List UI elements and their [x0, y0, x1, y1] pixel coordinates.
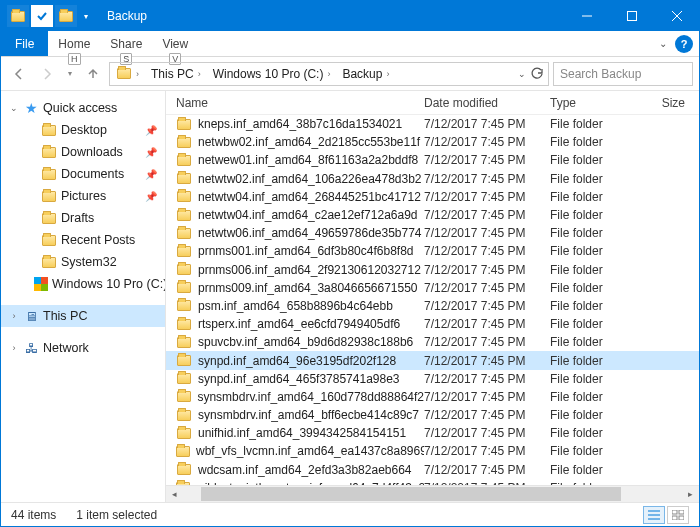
column-headers[interactable]: Name Date modified Type Size	[166, 91, 699, 115]
scrollbar-thumb[interactable]	[201, 487, 621, 501]
sidebar-item[interactable]: ›Desktop📌	[1, 119, 165, 141]
tab-view[interactable]: ViewV	[152, 31, 198, 56]
table-row[interactable]: wdcsam.inf_amd64_2efd3a3b82aeb6647/12/20…	[166, 461, 699, 479]
folder-icon	[176, 316, 192, 332]
expand-icon[interactable]: ›	[9, 311, 19, 321]
collapse-icon[interactable]: ⌄	[9, 103, 19, 113]
table-row[interactable]: kneps.inf_amd64_38b7c16da15340217/12/201…	[166, 115, 699, 133]
column-size[interactable]: Size	[640, 96, 699, 110]
search-input[interactable]: Search Backup	[553, 62, 693, 86]
maximize-button[interactable]	[609, 1, 654, 31]
file-date: 7/12/2017 7:45 PM	[424, 153, 550, 167]
nav-network[interactable]: › 🖧 Network	[1, 337, 165, 359]
table-row[interactable]: netwew01.inf_amd64_8f61163a2a2bddf87/12/…	[166, 151, 699, 169]
file-name: synsmbdrv.inf_amd64_bff6ecbe414c89c7	[198, 408, 419, 422]
tab-share[interactable]: ShareS	[100, 31, 152, 56]
svg-rect-9	[672, 516, 677, 520]
breadcrumb-item[interactable]: Windows 10 Pro (C:)›	[207, 63, 337, 85]
file-type: File folder	[550, 299, 640, 313]
breadcrumb-root[interactable]: ›	[110, 63, 145, 85]
folder-icon	[41, 210, 57, 226]
address-dropdown-button[interactable]: ⌄	[518, 69, 526, 79]
arrow-up-icon	[85, 66, 101, 82]
nav-label: System32	[61, 255, 117, 269]
folder-icon	[176, 280, 192, 296]
help-icon[interactable]: ?	[675, 35, 693, 53]
recent-locations-button[interactable]: ▾	[63, 62, 77, 86]
table-row[interactable]: synpd.inf_amd64_96e3195df202f1287/12/201…	[166, 351, 699, 369]
back-button[interactable]	[7, 62, 31, 86]
title-bar[interactable]: ▾ Backup	[1, 1, 699, 31]
nav-thispc-group: › 🖥 This PC	[1, 305, 165, 327]
close-button[interactable]	[654, 1, 699, 31]
file-date: 7/12/2017 7:45 PM	[424, 190, 550, 204]
horizontal-scrollbar[interactable]: ◂ ▸	[166, 485, 699, 502]
column-date[interactable]: Date modified	[424, 96, 550, 110]
nav-this-pc[interactable]: › 🖥 This PC	[1, 305, 165, 327]
breadcrumb[interactable]: › This PC› Windows 10 Pro (C:)› Backup› …	[109, 62, 549, 86]
sidebar-item[interactable]: ›Recent Posts	[1, 229, 165, 251]
svg-rect-8	[679, 510, 684, 514]
file-date: 7/12/2017 7:45 PM	[424, 335, 550, 349]
spacer: ›	[27, 125, 37, 135]
table-row[interactable]: rtsperx.inf_amd64_ee6cfd7949405df67/12/2…	[166, 315, 699, 333]
table-row[interactable]: netwbw02.inf_amd64_2d2185cc553be11f7/12/…	[166, 133, 699, 151]
table-row[interactable]: synpd.inf_amd64_465f3785741a98e37/12/201…	[166, 370, 699, 388]
file-date: 7/12/2017 7:45 PM	[424, 372, 550, 386]
expand-icon[interactable]: ›	[9, 343, 19, 353]
refresh-button[interactable]	[530, 67, 544, 81]
nav-label: Desktop	[61, 123, 107, 137]
table-row[interactable]: netwtw04.inf_amd64_268445251bc417127/12/…	[166, 188, 699, 206]
scroll-right-button[interactable]: ▸	[682, 486, 699, 503]
file-name: wdcsam.inf_amd64_2efd3a3b82aeb664	[198, 463, 412, 477]
sidebar-item[interactable]: ›Pictures📌	[1, 185, 165, 207]
qat-properties-button[interactable]	[7, 5, 29, 27]
details-view-button[interactable]	[643, 506, 665, 524]
sidebar-item[interactable]: ›Drafts	[1, 207, 165, 229]
pin-icon: 📌	[145, 169, 157, 180]
ribbon-tabs: File HomeH ShareS ViewV ⌄ ?	[1, 31, 699, 57]
up-button[interactable]	[81, 62, 105, 86]
table-row[interactable]: wbf_vfs_lvcmn.inf_amd64_ea1437c8a8969d8d…	[166, 442, 699, 460]
spacer: ›	[27, 257, 37, 267]
status-count: 44 items	[11, 508, 56, 522]
column-name[interactable]: Name	[176, 96, 424, 110]
table-row[interactable]: netwtw06.inf_amd64_49659786de35b7747/12/…	[166, 224, 699, 242]
qat-checkbox-button[interactable]	[31, 5, 53, 27]
table-row[interactable]: spuvcbv.inf_amd64_b9d6d82938c188b67/12/2…	[166, 333, 699, 351]
nav-label: Documents	[61, 167, 124, 181]
table-row[interactable]: psm.inf_amd64_658b8896b4c64ebb7/12/2017 …	[166, 297, 699, 315]
table-row[interactable]: prnms001.inf_amd64_6df3b80c4f6b8f8d7/12/…	[166, 242, 699, 260]
nav-quick-access[interactable]: ⌄ ★ Quick access	[1, 97, 165, 119]
navigation-pane[interactable]: ⌄ ★ Quick access ›Desktop📌›Downloads📌›Do…	[1, 91, 166, 502]
file-rows[interactable]: kneps.inf_amd64_38b7c16da15340217/12/201…	[166, 115, 699, 485]
tab-home[interactable]: HomeH	[48, 31, 100, 56]
table-row[interactable]: prnms009.inf_amd64_3a80466566715507/12/2…	[166, 279, 699, 297]
table-row[interactable]: netwtw04.inf_amd64_c2ae12ef712a6a9d7/12/…	[166, 206, 699, 224]
breadcrumb-item[interactable]: This PC›	[145, 63, 207, 85]
expand-ribbon-icon[interactable]: ⌄	[659, 38, 667, 49]
forward-button[interactable]	[35, 62, 59, 86]
sidebar-item[interactable]: ›Downloads📌	[1, 141, 165, 163]
sidebar-item[interactable]: ›Windows 10 Pro (C:)	[1, 273, 165, 295]
file-tab[interactable]: File	[1, 31, 48, 56]
table-row[interactable]: unifhid.inf_amd64_39943425841541517/12/2…	[166, 424, 699, 442]
folder-icon	[116, 66, 132, 82]
window-controls	[564, 1, 699, 31]
network-icon: 🖧	[23, 340, 39, 356]
table-row[interactable]: synsmbdrv.inf_amd64_bff6ecbe414c89c77/12…	[166, 406, 699, 424]
qat-customize-button[interactable]: ▾	[79, 5, 93, 27]
scroll-left-button[interactable]: ◂	[166, 486, 183, 503]
sidebar-item[interactable]: ›Documents📌	[1, 163, 165, 185]
thumbnails-view-button[interactable]	[667, 506, 689, 524]
qat-folder-button[interactable]	[55, 5, 77, 27]
file-date: 7/12/2017 7:45 PM	[424, 208, 550, 222]
breadcrumb-item[interactable]: Backup›	[336, 63, 395, 85]
minimize-button[interactable]	[564, 1, 609, 31]
table-row[interactable]: netwtw02.inf_amd64_106a226ea478d3b27/12/…	[166, 170, 699, 188]
sidebar-item[interactable]: ›System32	[1, 251, 165, 273]
table-row[interactable]: prnms006.inf_amd64_2f921306120327127/12/…	[166, 261, 699, 279]
grid-icon	[672, 510, 684, 520]
table-row[interactable]: synsmbdrv.inf_amd64_160d778dd88864f27/12…	[166, 388, 699, 406]
column-type[interactable]: Type	[550, 96, 640, 110]
